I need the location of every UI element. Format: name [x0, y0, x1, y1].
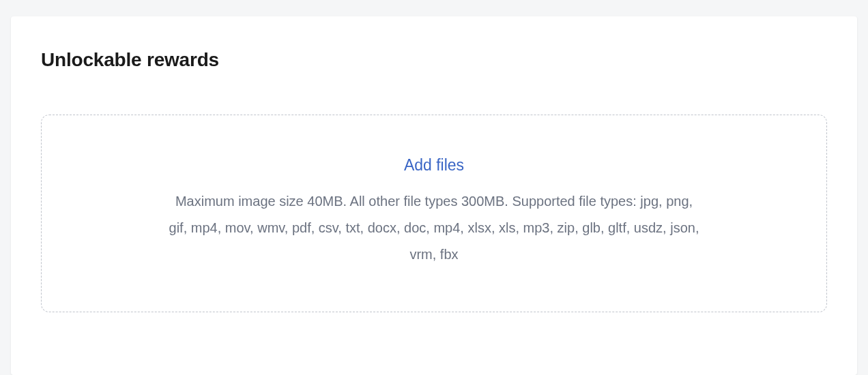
- upload-help-text: Maximum image size 40MB. All other file …: [168, 188, 700, 268]
- section-title: Unlockable rewards: [41, 49, 827, 71]
- add-files-button[interactable]: Add files: [404, 156, 464, 175]
- file-dropzone[interactable]: Add files Maximum image size 40MB. All o…: [41, 115, 827, 312]
- unlockable-rewards-card: Unlockable rewards Add files Maximum ima…: [11, 16, 857, 375]
